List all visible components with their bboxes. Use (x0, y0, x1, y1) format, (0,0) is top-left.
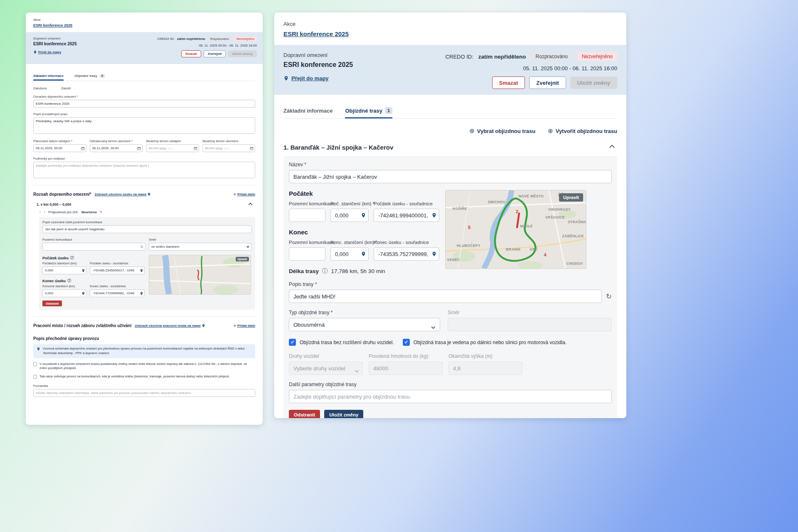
direction-select[interactable]: ve směru staničení (149, 243, 252, 251)
route-description-input[interactable] (289, 290, 602, 303)
credo-id-value: zatím nepřiděleno (478, 54, 526, 60)
end-km-input[interactable] (42, 289, 86, 297)
save-detour-button[interactable]: Uložit změny (324, 410, 363, 418)
planned-start-input[interactable] (33, 144, 86, 152)
estimated-end-input[interactable] (90, 144, 143, 152)
calendar-icon[interactable] (194, 146, 197, 150)
start-road-input[interactable] (289, 209, 325, 222)
road-label: Pozemní komunikace (289, 240, 325, 245)
calendar-icon[interactable] (250, 146, 254, 150)
extra-params-input[interactable] (289, 390, 612, 403)
designation-input[interactable] (33, 100, 255, 108)
save-changes-button[interactable]: Uložit změny (228, 50, 257, 57)
calendar-icon[interactable] (137, 146, 141, 150)
breadcrumb-link[interactable]: ESRI konference 2025 (33, 23, 72, 27)
refresh-icon[interactable]: ↻ (606, 293, 612, 300)
chevron-down-icon (355, 367, 358, 373)
map-edit-button[interactable]: Upravit (236, 257, 249, 261)
show-segments-on-map-link[interactable]: Zobrazit všechny úseky na mapě (94, 192, 151, 196)
tab-detours[interactable]: Objízdné trasy0 (74, 74, 105, 81)
segment-card: Popis uzavírané části pozemní komunikace… (39, 217, 255, 310)
edit-pencil-icon[interactable]: ✎ (100, 210, 103, 214)
map-pin-icon[interactable] (140, 268, 143, 272)
district-label: NOVÉ MĚSTO (519, 194, 544, 198)
district-label: VINOHRADY (548, 207, 571, 212)
delete-button[interactable]: Smazat (492, 76, 525, 89)
map-pin-icon[interactable] (81, 268, 85, 272)
start-coord-input[interactable] (90, 266, 145, 274)
max-weight-input (369, 362, 443, 375)
works-description-input[interactable]: Přednášky, ukázky SW a práce s daty (33, 117, 255, 134)
goto-map-label: Přejít do mapy (38, 50, 61, 54)
info-icon[interactable]: ⓘ (67, 278, 71, 283)
extra-params-label: Další parametry objízdné trasy (289, 382, 612, 387)
start-km-input[interactable] (42, 266, 86, 274)
show-workplaces-on-map-link[interactable]: Zobrazit všechna pracovní místa na mapě (135, 324, 205, 328)
map-pin-icon[interactable] (431, 213, 437, 218)
main-content: Základní informace Objízdné trasy0 Založ… (26, 74, 263, 403)
move-down-icon[interactable]: ↓ (39, 210, 41, 214)
clearance-height-label: Okamžitá výška (m) (448, 353, 522, 359)
conditions-input[interactable] (33, 162, 255, 178)
checkbox-row-lines: V souvislosti s dopravním omezením budou… (33, 362, 255, 371)
map-pin-icon[interactable] (361, 213, 366, 218)
line-changes-checkbox[interactable] (33, 362, 37, 366)
actual-end-label: Skutečný termín ukončení (202, 139, 256, 143)
collapse-chevron-icon[interactable] (609, 145, 615, 150)
tab-basic-info[interactable]: Základní informace (33, 74, 64, 81)
segment-header[interactable]: 1. v km 0,000 – 0,000 (37, 202, 255, 207)
map-pin-icon[interactable] (431, 251, 437, 257)
info-pin-icon (37, 347, 40, 351)
end-road-input[interactable] (289, 247, 325, 261)
publish-button[interactable]: Zveřejnit (204, 50, 226, 57)
closure-description-input[interactable] (42, 225, 252, 233)
breadcrumb: Akce ESRI konference 2025 (26, 12, 263, 32)
note-input[interactable] (33, 389, 255, 397)
add-segment-link[interactable]: ⊕Přidat další (233, 192, 255, 196)
search-icon[interactable] (140, 245, 144, 249)
add-workplace-link[interactable]: ⊕Přidat další (233, 324, 255, 328)
motorway-route-checkbox[interactable]: ✓ (403, 339, 410, 346)
checkbox-row-rail: Tato akce ovlivňuje provoz na komunikací… (33, 374, 255, 379)
delete-button[interactable]: Smazat (181, 50, 201, 57)
start-coord-input[interactable] (374, 209, 439, 222)
detour-name-input[interactable] (289, 170, 612, 183)
move-up-icon[interactable]: ↑ (44, 210, 45, 214)
actual-start-input[interactable] (146, 144, 199, 152)
info-icon[interactable]: ⓘ (70, 255, 74, 261)
remove-segment-button[interactable]: Odstranit (42, 300, 62, 306)
breadcrumb-link[interactable]: ESRI konference 2025 (283, 30, 349, 37)
meta-row: Založeno Založil (33, 86, 255, 90)
no-vehicle-distinction-checkbox[interactable]: ✓ (289, 339, 296, 346)
detour-type-select[interactable]: Obousměrná (289, 318, 440, 331)
district-label: CHODOV (566, 261, 583, 266)
actual-end-input[interactable] (202, 144, 256, 152)
end-coord-input[interactable] (374, 247, 439, 261)
temporary-traffic-title: Popis přechodné úpravy provozu (33, 336, 99, 341)
map-pin-icon[interactable] (81, 291, 85, 295)
tab-detours[interactable]: Objízdné trasy1 (345, 107, 392, 118)
create-detour-link[interactable]: ⊕Vytvořit objízdnou trasu (548, 127, 617, 135)
detour-map-thumbnail: SMÍCHOV NOVÉ MĚSTO ŽIŽKOV KOŠÍŘE VINOHRA… (445, 190, 586, 269)
info-icon[interactable]: ⓘ (322, 267, 328, 275)
end-coord-input[interactable] (90, 289, 145, 297)
map-edit-button[interactable]: Upravit (559, 193, 583, 202)
district-label: HLUBOČEPY (457, 244, 480, 248)
publish-button[interactable]: Zveřejnit (529, 76, 566, 89)
road-search-input[interactable] (42, 243, 145, 251)
district-label: BRANÍK (506, 247, 520, 251)
breadcrumb: Akce ESRI konference 2025 (274, 12, 626, 45)
calendar-icon[interactable] (81, 146, 85, 150)
tab-basic-info[interactable]: Základní informace (283, 107, 332, 118)
collapse-chevron-icon[interactable] (249, 202, 253, 207)
detour-checkbox-row: ✓ Objízdná trasa bez rozlišení druhu voz… (289, 339, 612, 346)
district-label: STRAŠNICE (568, 220, 586, 224)
remove-detour-button[interactable]: Odstranit (289, 410, 320, 418)
map-pin-icon[interactable] (140, 291, 143, 295)
save-changes-button[interactable]: Uložit změny (570, 76, 617, 89)
detour-header[interactable]: 1. Baranďák – Jižní spojka – Kačerov (283, 144, 617, 151)
select-detour-link[interactable]: ⊕Vybrat objízdnou trasu (469, 127, 535, 135)
start-heading: Počátek (289, 190, 439, 197)
map-pin-icon[interactable] (361, 251, 366, 257)
rail-impact-checkbox[interactable] (33, 375, 37, 379)
